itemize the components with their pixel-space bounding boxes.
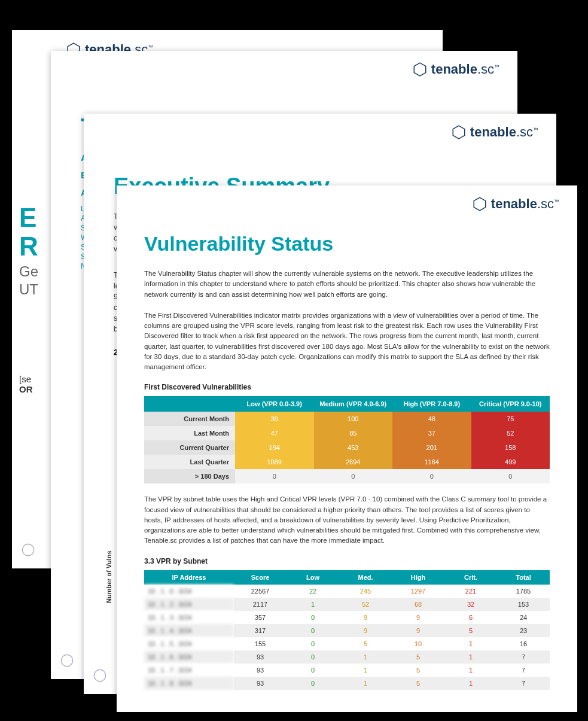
vpr-row: 10 . 1 . 4 . 0/24317099523 [144, 624, 550, 637]
vpr-cell-med: 245 [339, 585, 392, 598]
fd-header-high: High (VPR 7.0-8.9) [392, 396, 471, 412]
fd-row-label: Current Quarter [144, 440, 235, 455]
vpr-cell-ip: 10 . 1 . 2 . 0/24 [144, 598, 234, 611]
vpr-h-ip: IP Address [144, 570, 234, 585]
vpr-subnet-table: IP Address Score Low Med. High Crit. Tot… [144, 570, 550, 690]
vpr-cell-crit: 1 [444, 677, 497, 690]
vpr-cell-low: 0 [287, 611, 339, 624]
vpr-cell-score: 93 [234, 650, 287, 664]
vpr-row: 10 . 1 . 5 . 0/241550510116 [144, 637, 550, 650]
fd-row-label: Last Month [144, 426, 235, 440]
vpr-cell-total: 1785 [497, 585, 550, 598]
fd-tbody: Current Month391004875Last Month47853752… [144, 412, 550, 483]
svg-point-1 [22, 544, 34, 556]
vpr-cell-med: 9 [339, 624, 392, 637]
vpr-cell-total: 24 [497, 611, 550, 624]
fd-row: Current Quarter194453201158 [144, 440, 550, 455]
fd-cell: 48 [392, 412, 471, 426]
vpr-cell-ip: 10 . 1 . 4 . 0/24 [144, 624, 234, 637]
fd-cell: 1089 [235, 455, 314, 469]
gear-icon [92, 668, 108, 686]
vpr-cell-score: 22567 [234, 585, 287, 598]
fd-cell: 0 [314, 469, 393, 483]
vpr-cell-ip: 10 . 1 . 3 . 0/24 [144, 611, 234, 624]
vpr-cell-crit: 32 [444, 598, 497, 611]
fd-section-label: First Discovered Vulnerabilities [144, 383, 550, 391]
vpr-cell-med: 1 [339, 677, 392, 690]
cover-org-partial: [se OR [12, 374, 33, 394]
vpr-cell-score: 93 [234, 677, 287, 690]
vpr-cell-total: 16 [497, 637, 550, 650]
vpr-cell-med: 1 [339, 664, 392, 677]
vpr-h-med: Med. [339, 570, 392, 585]
vuln-para3: The VPR by subnet table uses the High an… [144, 494, 550, 546]
fd-cell: 201 [392, 440, 471, 455]
fd-row-label: Current Month [144, 412, 235, 426]
vpr-cell-ip: 10 . 1 . 0 . 0/24 [144, 585, 234, 598]
fd-cell: 158 [471, 440, 550, 455]
vpr-cell-low: 0 [287, 624, 339, 637]
fd-cell: 0 [471, 469, 550, 483]
vpr-cell-high: 5 [392, 650, 444, 664]
vpr-cell-crit: 5 [444, 624, 497, 637]
vpr-cell-med: 52 [339, 598, 392, 611]
fd-cell: 100 [314, 412, 393, 426]
svg-point-3 [61, 655, 73, 667]
fd-cell: 0 [392, 469, 471, 483]
hexagon-icon [451, 124, 467, 140]
vpr-cell-crit: 1 [444, 664, 497, 677]
fd-header-crit: Critical (VPR 9.0-10) [471, 396, 550, 412]
vpr-h-score: Score [234, 570, 287, 585]
vpr-tbody: 10 . 1 . 0 . 0/2422567222451297221178510… [144, 585, 550, 690]
fd-cell: 52 [471, 426, 550, 440]
fd-cell: 194 [235, 440, 314, 455]
vuln-para2: The First Discovered Vulnerabilities ind… [144, 311, 550, 373]
vpr-section-label: 3.3 VPR by Subnet [144, 557, 550, 565]
vpr-cell-score: 2117 [234, 598, 287, 611]
vpr-cell-score: 93 [234, 664, 287, 677]
fd-cell: 47 [235, 426, 314, 440]
vpr-cell-crit: 6 [444, 611, 497, 624]
vpr-cell-ip: 10 . 1 . 8 . 0/24 [144, 677, 234, 690]
first-discovered-table: Low (VPR 0.0-3.9) Medium (VPR 4.0-6.9) H… [144, 396, 550, 483]
fd-cell: 453 [314, 440, 393, 455]
vpr-cell-low: 0 [287, 637, 339, 650]
vpr-cell-low: 0 [287, 664, 339, 677]
vpr-cell-total: 7 [497, 677, 550, 690]
vpr-cell-score: 357 [234, 611, 287, 624]
vpr-h-high: High [392, 570, 444, 585]
tenable-logo: tenable.sc™ [451, 124, 538, 140]
vpr-cell-crit: 1 [444, 650, 497, 664]
fd-cell: 499 [471, 455, 550, 469]
chart-y-axis-label: Number of Vulns [105, 550, 112, 603]
hexagon-icon [472, 196, 488, 212]
vpr-row: 10 . 1 . 2 . 0/2421171526832153 [144, 598, 550, 611]
fd-cell: 85 [314, 426, 393, 440]
fd-cell: 2694 [314, 455, 393, 469]
vuln-status-title: Vulnerability Status [144, 232, 550, 255]
fd-row-label: > 180 Days [144, 469, 235, 483]
svg-marker-4 [453, 126, 465, 139]
vpr-cell-low: 22 [287, 585, 339, 598]
fd-cell: 0 [235, 469, 314, 483]
fd-row: Last Month47853752 [144, 426, 550, 440]
vpr-cell-high: 68 [392, 598, 444, 611]
vpr-cell-score: 155 [234, 637, 287, 650]
fd-row: Current Month391004875 [144, 412, 550, 426]
vpr-cell-high: 9 [392, 624, 444, 637]
vpr-cell-total: 7 [497, 664, 550, 677]
gear-icon [59, 653, 75, 671]
tenable-logo: tenable.sc™ [412, 62, 499, 77]
vpr-cell-med: 9 [339, 611, 392, 624]
vuln-para1: The Vulnerability Status chapter will sh… [144, 269, 550, 300]
fd-header-med: Medium (VPR 4.0-6.9) [314, 396, 393, 412]
fd-header-blank [144, 396, 235, 412]
vpr-cell-high: 10 [392, 637, 444, 650]
vpr-cell-crit: 1 [444, 637, 497, 650]
vpr-h-crit: Crit. [444, 570, 497, 585]
vpr-cell-crit: 221 [444, 585, 497, 598]
svg-marker-2 [414, 63, 426, 76]
hexagon-icon [412, 62, 428, 77]
fd-row: > 180 Days0000 [144, 469, 550, 483]
vpr-cell-ip: 10 . 1 . 7 . 0/24 [144, 664, 234, 677]
